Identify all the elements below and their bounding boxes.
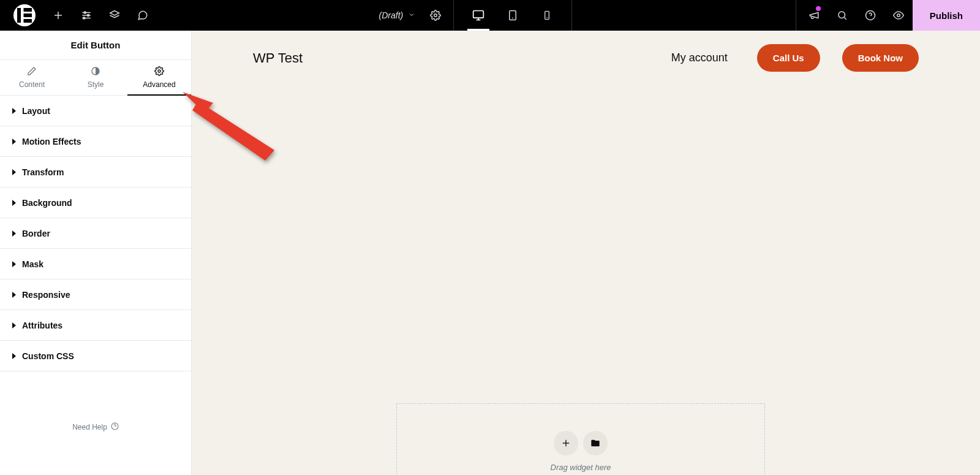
call-us-button[interactable]: Call Us	[757, 44, 820, 72]
caret-right-icon	[12, 230, 16, 237]
device-desktop-button[interactable]	[461, 0, 496, 31]
chevron-down-icon	[408, 10, 415, 20]
svg-point-27	[158, 70, 160, 72]
structure-button[interactable]	[100, 0, 129, 31]
section-label: Layout	[22, 106, 50, 116]
section-transform[interactable]: Transform	[0, 157, 191, 188]
top-bar-left	[0, 0, 157, 31]
section-custom-css[interactable]: Custom CSS	[0, 341, 191, 371]
add-element-button[interactable]	[44, 0, 72, 31]
section-label: Custom CSS	[22, 351, 74, 361]
add-widget-button[interactable]	[554, 431, 578, 455]
section-label: Responsive	[22, 290, 70, 300]
empty-section-dropzone[interactable]: Drag widget here	[396, 403, 765, 475]
document-status-label: (Draft)	[379, 10, 404, 20]
section-layout[interactable]: Layout	[0, 96, 191, 126]
panel-sections: Layout Motion Effects Transform Backgrou…	[0, 96, 191, 371]
svg-point-11	[83, 17, 85, 19]
responsive-device-switcher	[461, 0, 564, 31]
svg-point-7	[84, 12, 86, 13]
panel-title: Edit Button	[0, 31, 191, 60]
caret-right-icon	[12, 261, 16, 267]
site-settings-button[interactable]	[72, 0, 100, 31]
separator	[796, 0, 796, 31]
svg-rect-3	[24, 19, 32, 23]
site-title: WP Test	[253, 50, 303, 66]
section-label: Motion Effects	[22, 137, 81, 146]
svg-point-13	[434, 14, 437, 17]
tab-label: Advanced	[143, 80, 175, 89]
section-background[interactable]: Background	[0, 188, 191, 218]
svg-rect-2	[24, 13, 32, 17]
preview-canvas: WP Test My account Call Us Book Now Drag…	[192, 31, 980, 475]
finder-search-button[interactable]	[828, 0, 856, 31]
section-label: Border	[22, 229, 50, 238]
panel-tabs: Content Style Advanced	[0, 60, 191, 96]
tab-label: Content	[19, 80, 45, 89]
svg-rect-14	[473, 11, 484, 18]
svg-rect-1	[24, 8, 32, 12]
tab-style[interactable]: Style	[64, 60, 127, 95]
caret-right-icon	[12, 353, 16, 359]
top-bar: (Draft)	[0, 0, 980, 31]
svg-line-22	[844, 17, 846, 19]
svg-marker-12	[110, 11, 119, 16]
need-help-label: Need Help	[72, 423, 107, 431]
tab-content[interactable]: Content	[0, 60, 64, 95]
page-settings-button[interactable]	[421, 0, 450, 31]
section-mask[interactable]: Mask	[0, 249, 191, 279]
notification-dot-icon	[816, 6, 821, 11]
whats-new-button[interactable]	[800, 0, 828, 31]
caret-right-icon	[12, 200, 16, 206]
site-header: WP Test My account Call Us Book Now	[192, 31, 980, 90]
contrast-icon	[91, 66, 100, 78]
help-button[interactable]	[856, 0, 884, 31]
notes-button[interactable]	[129, 0, 157, 31]
caret-right-icon	[12, 322, 16, 329]
caret-right-icon	[12, 292, 16, 298]
section-attributes[interactable]: Attributes	[0, 310, 191, 341]
preview-button[interactable]	[884, 0, 913, 31]
help-circle-icon	[111, 422, 119, 432]
add-template-button[interactable]	[583, 431, 608, 455]
svg-point-25	[897, 14, 900, 17]
svg-rect-0	[17, 8, 21, 23]
section-label: Background	[22, 198, 72, 208]
device-mobile-button[interactable]	[530, 0, 564, 31]
nav-my-account[interactable]: My account	[671, 51, 728, 64]
section-border[interactable]: Border	[0, 218, 191, 249]
caret-right-icon	[12, 108, 16, 114]
section-label: Transform	[22, 167, 64, 177]
tab-advanced[interactable]: Advanced	[127, 60, 191, 95]
svg-point-9	[88, 15, 89, 17]
book-now-button[interactable]: Book Now	[842, 44, 919, 72]
publish-button[interactable]: Publish	[913, 0, 980, 31]
separator	[571, 0, 572, 31]
section-motion-effects[interactable]: Motion Effects	[0, 126, 191, 157]
gear-icon	[154, 66, 164, 78]
svg-rect-19	[545, 11, 549, 19]
dropzone-hint: Drag widget here	[551, 463, 611, 472]
pencil-icon	[27, 66, 37, 78]
need-help-link[interactable]: Need Help	[0, 398, 191, 475]
device-tablet-button[interactable]	[496, 0, 530, 31]
publish-button-label: Publish	[930, 10, 963, 21]
separator	[453, 0, 454, 31]
elementor-logo-icon[interactable]	[13, 4, 36, 26]
section-label: Mask	[22, 259, 43, 269]
editor-panel: Edit Button Content Style Advanced Layou…	[0, 31, 192, 475]
document-status-dropdown[interactable]: (Draft)	[373, 10, 422, 20]
tab-label: Style	[88, 80, 104, 89]
dropzone-actions	[554, 431, 608, 455]
section-responsive[interactable]: Responsive	[0, 279, 191, 310]
section-label: Attributes	[22, 321, 62, 330]
top-bar-right: Publish	[792, 0, 980, 31]
caret-right-icon	[12, 169, 16, 175]
top-bar-center: (Draft)	[157, 0, 792, 31]
caret-right-icon	[12, 139, 16, 145]
svg-point-21	[839, 12, 845, 18]
